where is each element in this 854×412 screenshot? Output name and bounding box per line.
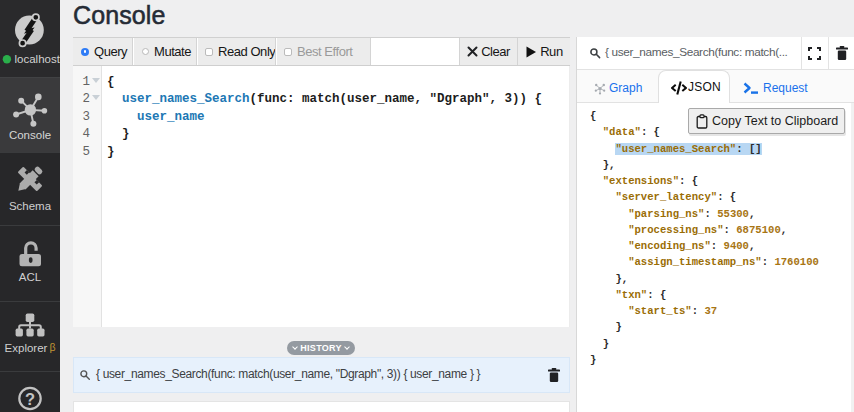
svg-text:Console: Console bbox=[9, 129, 51, 141]
svg-text:localhost: localhost bbox=[15, 53, 61, 65]
svg-text:β: β bbox=[50, 341, 56, 353]
svg-text:?: ? bbox=[25, 390, 35, 408]
svg-text:Schema: Schema bbox=[9, 200, 52, 212]
svg-text:Explorer: Explorer bbox=[5, 342, 48, 354]
svg-text:ACL: ACL bbox=[19, 271, 42, 283]
